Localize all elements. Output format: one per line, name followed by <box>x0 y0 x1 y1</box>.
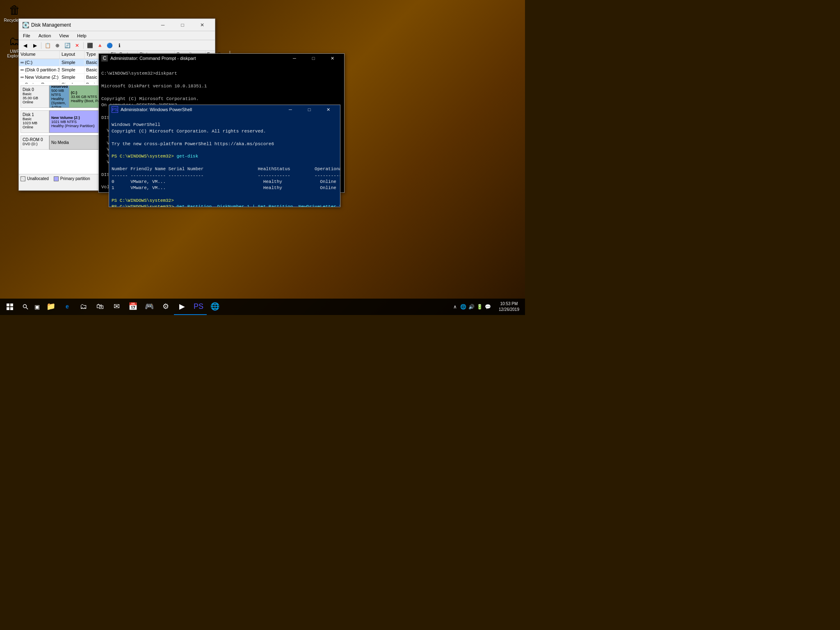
ps-cmd1: get-disk <box>176 154 198 159</box>
ps-prompt2: PS C:\WINDOWS\system32> PS C:\WINDOWS\sy… <box>112 198 176 207</box>
cmd-controls: ─ □ ✕ <box>285 54 342 63</box>
ps-body[interactable]: Windows PowerShell Copyright (C) Microso… <box>109 114 340 207</box>
toolbar-btn2[interactable]: ⊕ <box>53 41 62 50</box>
close-button[interactable]: ✕ <box>193 19 212 31</box>
disk-mgmt-menubar: File Action View Help <box>19 31 215 40</box>
disk-mgmt-toolbar: ◀ ▶ 📋 ⊕ 🔄 ✕ ⬛ 🔺 🔵 ℹ <box>19 40 215 51</box>
col-layout: Layout <box>60 51 84 59</box>
tray-chevron[interactable]: ∧ <box>451 299 459 315</box>
col-volume: Volume <box>19 51 60 59</box>
svg-rect-1 <box>10 304 13 306</box>
search-button[interactable] <box>20 299 31 315</box>
menu-action[interactable]: Action <box>36 32 54 39</box>
ps-maximize[interactable]: □ <box>300 105 319 114</box>
legend-unallocated: Unallocated <box>21 176 49 181</box>
svg-line-5 <box>26 308 28 310</box>
tray-notifications[interactable]: 💬 <box>484 299 492 315</box>
svg-point-4 <box>23 305 27 308</box>
toolbar-btn6[interactable]: 🔺 <box>95 41 104 50</box>
ps-close[interactable]: ✕ <box>319 105 338 114</box>
taskbar-xbox[interactable]: 🎮 <box>141 299 158 315</box>
ps-icon: PS <box>112 106 118 113</box>
toolbar-back[interactable]: ◀ <box>21 41 30 50</box>
disk-mgmt-titlebar[interactable]: 💽 Disk Management ─ □ ✕ <box>19 19 215 31</box>
legend-unallocated-label: Unallocated <box>27 176 49 181</box>
partition-system-reserved[interactable]: System Reserved 500 MB NTFS Healthy (Sys… <box>50 86 69 107</box>
toolbar-btn8[interactable]: ℹ <box>115 41 124 50</box>
toolbar-btn5[interactable]: ⬛ <box>85 41 94 50</box>
taskbar-tray: ∧ 🌐 🔊 🔋 💬 <box>448 299 495 315</box>
cdrom0-label: CD-ROM 0 DVD (D:) <box>21 135 49 150</box>
taskbar-mail[interactable]: ✉ <box>108 299 125 315</box>
disk0-label: Disk 0 Basic 35.00 GB Online <box>21 85 49 108</box>
ps-prompt1: PS C:\WINDOWS\system32> <box>112 154 176 159</box>
show-desktop[interactable] <box>523 299 525 315</box>
svg-rect-0 <box>7 304 9 306</box>
tray-network[interactable]: 🌐 <box>459 299 468 315</box>
cmd-title: Administrator: Command Prompt - diskpart <box>110 56 196 61</box>
menu-view[interactable]: View <box>57 32 71 39</box>
svg-rect-2 <box>7 307 9 310</box>
ps-minimize[interactable]: ─ <box>281 105 300 114</box>
toolbar-forward[interactable]: ▶ <box>30 41 39 50</box>
cell-layout: Simple <box>60 59 84 66</box>
taskbar-items: 📁 e 🗂 🛍 ✉ 📅 🎮 ⚙ ▶ PS 🌐 <box>43 299 448 315</box>
start-button[interactable] <box>0 299 20 315</box>
cmd-close[interactable]: ✕ <box>323 54 342 63</box>
toolbar-btn4[interactable]: ✕ <box>73 41 82 50</box>
toolbar-btn1[interactable]: 📋 <box>43 41 52 50</box>
toolbar-btn7[interactable]: 🔵 <box>105 41 114 50</box>
disk-mgmt-controls: ─ □ ✕ <box>153 19 212 31</box>
cmd-minimize[interactable]: ─ <box>285 54 304 63</box>
ps-controls: ─ □ ✕ <box>281 105 338 114</box>
disk1-label: Disk 1 Basic 1023 MB Online <box>21 110 49 133</box>
maximize-button[interactable]: □ <box>173 19 192 31</box>
taskbar-ie[interactable]: 🌐 <box>207 299 223 315</box>
tray-volume[interactable]: 🔊 <box>468 299 476 315</box>
taskbar-ps[interactable]: PS <box>190 299 207 315</box>
taskbar-cmd[interactable]: ▶ <box>174 299 190 315</box>
cmd-titlebar[interactable]: C Administrator: Command Prompt - diskpa… <box>99 54 344 63</box>
taskbar-settings[interactable]: ⚙ <box>158 299 174 315</box>
clock-time: 10:53 PM <box>499 301 519 307</box>
minimize-button[interactable]: ─ <box>153 19 172 31</box>
taskbar-folder[interactable]: 🗂 <box>75 299 92 315</box>
ps-title: Administrator: Windows PowerShell <box>121 107 192 112</box>
tray-battery[interactable]: 🔋 <box>476 299 484 315</box>
clock-date: 12/26/2019 <box>499 307 519 313</box>
svg-rect-3 <box>10 307 13 310</box>
ps-table: Number Friendly Name Serial Number Healt… <box>112 167 340 190</box>
taskbar-store[interactable]: 🛍 <box>92 299 108 315</box>
desktop: 🗑 Recycle Bin 🗂 UWP Explorer 💽 Disk Mana… <box>0 0 525 315</box>
menu-help[interactable]: Help <box>75 32 89 39</box>
ps-titlebar[interactable]: PS Administrator: Windows PowerShell ─ □… <box>109 105 340 114</box>
powershell-window: PS Administrator: Windows PowerShell ─ □… <box>109 105 340 207</box>
cmd-maximize[interactable]: □ <box>304 54 323 63</box>
taskbar: ▣ 📁 e 🗂 🛍 ✉ 📅 🎮 ⚙ ▶ PS 🌐 ∧ 🌐 🔊 🔋 💬 10:53… <box>0 299 525 315</box>
taskbar-edge[interactable]: e <box>59 299 75 315</box>
taskbar-file-explorer[interactable]: 📁 <box>43 299 59 315</box>
disk-mgmt-title: Disk Management <box>31 22 153 28</box>
disk-mgmt-icon: 💽 <box>22 22 29 28</box>
cmd-icon: C <box>101 55 108 62</box>
toolbar-btn3[interactable]: 🔄 <box>63 41 72 50</box>
taskbar-calendar[interactable]: 📅 <box>125 299 141 315</box>
menu-file[interactable]: File <box>21 32 33 39</box>
legend-primary-label: Primary partition <box>60 176 90 181</box>
ps-cmd2: Get-Partition -DiskNumber 1 | Set-Partit… <box>176 204 340 207</box>
ps-header: Windows PowerShell Copyright (C) Microso… <box>112 122 274 146</box>
task-view-button[interactable]: ▣ <box>31 299 43 315</box>
legend-primary: Primary partition <box>54 176 90 181</box>
taskbar-clock[interactable]: 10:53 PM 12/26/2019 <box>495 301 523 313</box>
cell-volume: ═ (C:) <box>19 59 60 66</box>
